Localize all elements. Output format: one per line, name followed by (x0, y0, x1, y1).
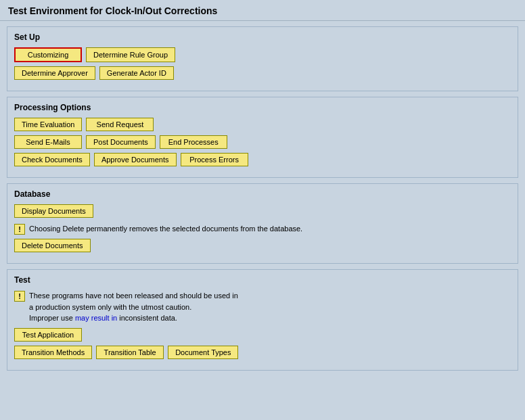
processing-row-3: Check Documents Approve Documents Proces… (14, 153, 511, 166)
determine-rule-group-button[interactable]: Determine Rule Group (86, 47, 175, 62)
processing-section: Processing Options Time Evaluation Send … (7, 97, 518, 178)
setup-section-title: Set Up (14, 32, 511, 42)
setup-row-2: Determine Approver Generate Actor ID (14, 66, 511, 80)
database-row-2: Delete Documents (14, 239, 511, 252)
test-warning-line1: These programs have not been released an… (29, 291, 238, 300)
processing-row-2: Send E-Mails Post Documents End Processe… (14, 135, 511, 149)
setup-section: Set Up Customizing Determine Rule Group … (7, 26, 518, 91)
display-documents-button[interactable]: Display Documents (14, 204, 93, 218)
determine-approver-button[interactable]: Determine Approver (14, 66, 95, 80)
time-evaluation-button[interactable]: Time Evaluation (14, 118, 82, 131)
warning-icon: ! (14, 224, 25, 235)
page-title: Test Environment for Clock-In/Out Correc… (0, 0, 525, 21)
check-documents-button[interactable]: Check Documents (14, 153, 90, 166)
customizing-button[interactable]: Customizing (14, 47, 82, 62)
processing-section-title: Processing Options (14, 103, 511, 112)
transition-methods-button[interactable]: Transition Methods (14, 346, 92, 359)
test-application-button[interactable]: Test Application (14, 328, 82, 342)
test-warning-line3-start: Improper use (29, 314, 75, 322)
delete-documents-button[interactable]: Delete Documents (14, 239, 91, 252)
process-errors-button[interactable]: Process Errors (181, 153, 248, 166)
database-row-1: Display Documents (14, 204, 511, 218)
processing-row-1: Time Evaluation Send Request (14, 118, 511, 131)
test-warning-line3-end: inconsistent data. (117, 314, 177, 322)
database-warning-text: Choosing Delete permanently removes the … (29, 223, 302, 235)
test-warning-icon: ! (14, 291, 25, 302)
database-section-title: Database (14, 189, 511, 199)
approve-documents-button[interactable]: Approve Documents (94, 153, 177, 166)
test-warning-text: These programs have not been released an… (29, 290, 238, 324)
test-section: Test ! These programs have not been rele… (7, 269, 518, 371)
setup-row-1: Customizing Determine Rule Group (14, 47, 511, 62)
database-warning: ! Choosing Delete permanently removes th… (14, 223, 511, 235)
send-request-button[interactable]: Send Request (86, 118, 154, 131)
test-row-2: Transition Methods Transition Table Docu… (14, 346, 511, 359)
test-row-1: Test Application (14, 328, 511, 342)
end-processes-button[interactable]: End Processes (160, 135, 227, 149)
transition-table-button[interactable]: Transition Table (96, 346, 164, 359)
database-section: Database Display Documents ! Choosing De… (7, 183, 518, 264)
post-documents-button[interactable]: Post Documents (86, 135, 156, 149)
test-section-title: Test (14, 275, 511, 285)
generate-actor-id-button[interactable]: Generate Actor ID (99, 66, 174, 80)
test-warning-link: may result in (75, 314, 117, 322)
send-emails-button[interactable]: Send E-Mails (14, 135, 82, 149)
test-warning-line2: a production system only with the utmost… (29, 303, 191, 311)
test-warning: ! These programs have not been released … (14, 290, 511, 324)
document-types-button[interactable]: Document Types (168, 346, 238, 359)
